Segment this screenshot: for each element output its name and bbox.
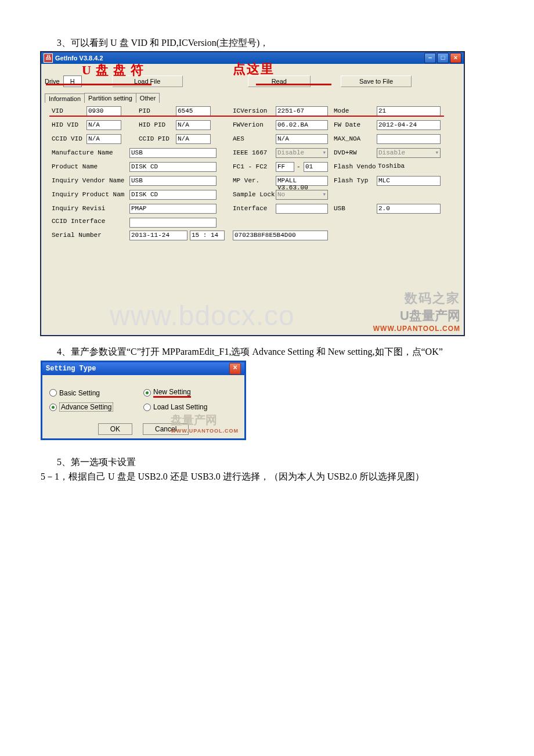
radio-label: New Setting	[153, 388, 191, 398]
close-button[interactable]: ×	[450, 53, 461, 63]
radio-load-last-setting[interactable]: Load Last Setting	[143, 400, 237, 414]
dialog-title: Setting Type	[46, 365, 96, 373]
field-serial-date[interactable]: 2013-11-24	[129, 231, 187, 240]
lbl-mfg: Manufacture Name	[52, 149, 113, 156]
field-ccidvid[interactable]: N/A	[86, 134, 121, 144]
watermark-bdocx: www.bdocx.co	[110, 300, 295, 332]
lbl-fc: FC1 - FC2	[233, 163, 267, 170]
field-fc2[interactable]: 01	[304, 162, 328, 172]
field-ivn[interactable]: USB	[129, 176, 217, 186]
ok-button[interactable]: OK	[98, 423, 132, 435]
lbl-mpver: MP Ver.	[233, 177, 259, 184]
field-interface[interactable]	[276, 204, 328, 214]
field-flashvendor: Toshiba	[377, 162, 441, 172]
field-fwverion[interactable]: 06.02.BA	[276, 120, 328, 130]
radio-advance-setting[interactable]: Advance Setting	[49, 400, 143, 414]
field-irev[interactable]: PMAP	[129, 204, 217, 214]
save-to-file-button[interactable]: Save to File	[341, 75, 412, 87]
field-samplelock[interactable]: No	[276, 190, 328, 200]
field-fwdate[interactable]: 2012-04-24	[377, 120, 441, 130]
maximize-button[interactable]: □	[437, 53, 449, 63]
lbl-ieee1667: IEEE 1667	[233, 149, 267, 156]
radio-label: Load Last Setting	[153, 403, 207, 411]
paragraph-5-1: 5－1，根据自己 U 盘是 USB2.0 还是 USB3.0 进行选择，（因为本…	[41, 471, 493, 483]
paragraph-5: 5、第一选项卡设置	[41, 456, 493, 469]
field-usb[interactable]: 2.0	[377, 204, 441, 214]
field-mode[interactable]: 21	[377, 106, 441, 116]
field-mfg[interactable]: USB	[129, 148, 217, 158]
field-ccidpid[interactable]: N/A	[176, 134, 211, 144]
field-aes[interactable]: N/A	[276, 134, 328, 144]
lbl-ccidpid: CCID PID	[139, 135, 169, 142]
lbl-fwverion: FWVerion	[233, 121, 264, 128]
lbl-ccidvid: CCID VID	[52, 135, 82, 142]
lbl-mode: Mode	[334, 107, 349, 114]
dialog-close-button[interactable]: ×	[229, 363, 241, 375]
annotation-underline-read	[256, 84, 331, 85]
radio-new-setting[interactable]: New Setting	[143, 386, 237, 400]
field-hidpid[interactable]: N/A	[176, 120, 211, 130]
read-button[interactable]: Read	[248, 75, 311, 87]
dialog-titlebar[interactable]: Setting Type ×	[42, 362, 244, 375]
field-serial-time[interactable]: 15 : 14	[190, 231, 225, 240]
field-flashtype[interactable]: MLC	[377, 176, 441, 186]
field-mpver[interactable]: MPALL v3.63.00	[276, 176, 328, 186]
field-ieee1667[interactable]: Disable	[276, 148, 328, 158]
lbl-ipn: Inquiry Product Nam	[52, 191, 124, 198]
lbl-product: Product Name	[52, 163, 98, 170]
lbl-ivn: Inquiry Vendor Name	[52, 177, 124, 184]
radio-icon	[49, 389, 57, 397]
paragraph-3: 3、可以看到 U 盘 VID 和 PID,ICVersion(主控型号)，	[41, 37, 493, 49]
field-pid[interactable]: 6545	[176, 106, 211, 116]
toolbar: U盘盘符 点这里 Drive H Load File Read Save to …	[41, 64, 464, 91]
radio-icon	[143, 389, 151, 397]
field-product[interactable]: DISK CD	[129, 162, 217, 172]
lbl-maxnoa: MAX_NOA	[334, 135, 360, 142]
titlebar[interactable]: 品 GetInfo V3.8.4.2 – □ ×	[41, 52, 464, 64]
lbl-dvdrw: DVD+RW	[334, 149, 357, 156]
setting-type-dialog: Setting Type × Basic Setting New Setting…	[41, 361, 246, 440]
tab-other[interactable]: Other	[136, 93, 160, 103]
radio-icon	[49, 404, 57, 411]
cancel-button[interactable]: Cancel	[143, 423, 189, 435]
lbl-fwdate: FW Date	[334, 121, 360, 128]
load-file-button[interactable]: Load File	[112, 75, 183, 87]
tab-partition[interactable]: Partition setting	[84, 93, 136, 103]
field-hidvid[interactable]: N/A	[86, 120, 121, 130]
tab-information[interactable]: Information	[45, 93, 85, 103]
drive-select[interactable]: H	[63, 75, 82, 87]
lbl-hidvid: HID VID	[52, 121, 78, 128]
lbl-hidpid: HID PID	[139, 121, 165, 128]
tab-bar: Information Partition setting Other	[41, 91, 464, 103]
information-panel: VID 0930 PID 6545 ICVersion 2251-67 Mode…	[41, 103, 464, 335]
field-fc1[interactable]: FF	[276, 162, 294, 172]
field-dvdrw[interactable]: Disable	[377, 148, 441, 158]
getinfo-window: 品 GetInfo V3.8.4.2 – □ × U盘盘符 点这里 Drive …	[41, 52, 464, 336]
lbl-aes: AES	[233, 135, 244, 142]
lbl-vid: VID	[52, 107, 63, 114]
lbl-icversion: ICVersion	[233, 107, 267, 114]
radio-basic-setting[interactable]: Basic Setting	[49, 386, 143, 400]
lbl-flashvendor: Flash Vendo	[334, 163, 376, 170]
field-ccidif[interactable]	[129, 218, 217, 228]
fc-dash: -	[297, 163, 301, 170]
field-maxnoa[interactable]	[377, 134, 441, 144]
lbl-samplelock: Sample Lock	[233, 191, 275, 198]
field-icversion[interactable]: 2251-67	[276, 106, 328, 116]
radio-icon	[143, 404, 151, 411]
radio-label: Advance Setting	[59, 402, 113, 412]
window-title: GetInfo V3.8.4.2	[55, 55, 103, 62]
lbl-ccidif: CCID Interface	[52, 218, 105, 225]
watermark-upantool: 数码之家 U盘量产网 WWW.UPANTOOL.COM	[373, 290, 460, 333]
lbl-interface: Interface	[233, 205, 267, 212]
annotation-underline-drive	[46, 84, 151, 85]
field-ipn[interactable]: DISK CD	[129, 190, 217, 200]
radio-label: Basic Setting	[59, 389, 100, 397]
lbl-usb: USB	[334, 205, 345, 212]
field-vid[interactable]: 0930	[86, 106, 121, 116]
lbl-pid: PID	[139, 107, 150, 114]
minimize-button[interactable]: –	[424, 53, 436, 63]
paragraph-4: 4、量产参数设置“C”打开 MPParamEdit_F1,选项 Advance …	[41, 346, 493, 358]
field-serial-value[interactable]: 07023B8F8E5B4D00	[233, 231, 328, 240]
lbl-flashtype: Flash Typ	[334, 177, 368, 184]
